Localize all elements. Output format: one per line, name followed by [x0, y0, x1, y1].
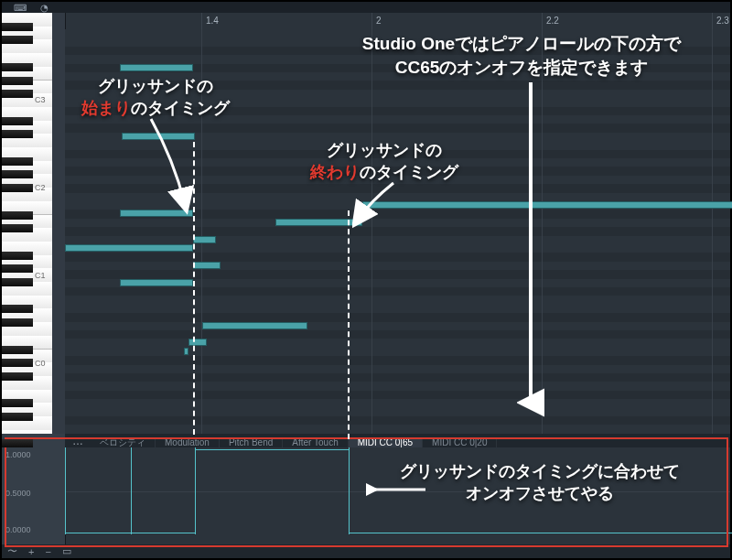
cc-step[interactable] [349, 447, 732, 534]
midi-note[interactable] [193, 236, 216, 243]
cc-tab[interactable]: MIDI CC 0|20 [423, 437, 497, 447]
keyboard-icon[interactable]: ⌨ [13, 4, 27, 12]
midi-note[interactable] [362, 201, 732, 209]
top-toolbar: ⌨ ◔ [2, 2, 730, 13]
menu-icon[interactable]: ▭ [57, 545, 77, 557]
key-label: C3 [35, 95, 727, 104]
piano-roll[interactable] [65, 29, 730, 434]
app-frame: ⌨ ◔ 1.4 2 2.2 2.3 C3C2C1C0 1.0000 0.5000… [2, 2, 730, 558]
scale-label: 1.0000 [5, 450, 31, 459]
cc-tab-bar: … ベロシティModulationPitch BendAfter TouchMI… [65, 434, 730, 447]
cc-lane[interactable] [65, 447, 730, 534]
ruler-tick: 2 [371, 13, 372, 29]
remove-icon[interactable]: − [39, 546, 56, 557]
bottom-toolbar: 〜 + − ▭ [2, 544, 730, 558]
midi-note[interactable] [120, 64, 193, 71]
ruler-tick: 2.2 [542, 13, 543, 29]
cc-step[interactable] [65, 447, 132, 534]
cc-tab[interactable]: ベロシティ [91, 437, 156, 447]
cc-automation-panel: 1.0000 0.5000 0.0000 … ベロシティModulationPi… [2, 434, 730, 548]
key-label: C0 [35, 359, 727, 368]
add-icon[interactable]: + [23, 546, 39, 557]
piano-keyboard[interactable] [2, 13, 52, 434]
key-label: C1 [35, 271, 727, 280]
cc-tab[interactable]: Pitch Bend [220, 437, 283, 447]
midi-note[interactable] [275, 219, 362, 226]
cc-scale: 1.0000 0.5000 0.0000 [2, 434, 66, 548]
cc-tab[interactable]: Modulation [156, 437, 220, 447]
midi-note[interactable] [202, 322, 307, 329]
midi-note[interactable] [184, 348, 188, 355]
scale-label: 0.0000 [5, 525, 31, 534]
midi-note[interactable] [188, 339, 207, 346]
ruler-tick: 2.3 [712, 13, 713, 29]
cc-step[interactable] [131, 447, 196, 534]
midi-note[interactable] [65, 244, 193, 252]
midi-note[interactable] [122, 133, 195, 140]
cc-tab[interactable]: After Touch [283, 437, 348, 447]
drum-icon[interactable]: ◔ [37, 4, 51, 12]
midi-note[interactable] [120, 210, 193, 217]
cc-tab[interactable]: MIDI CC 0|65 [349, 437, 423, 447]
midi-note[interactable] [193, 262, 221, 269]
more-icon[interactable]: … [65, 435, 91, 447]
cc-step[interactable] [195, 447, 350, 534]
automation-icon[interactable]: 〜 [2, 544, 23, 558]
scale-label: 0.5000 [5, 489, 31, 498]
timeline-ruler[interactable]: 1.4 2 2.2 2.3 [65, 13, 730, 30]
keyboard-gutter [52, 13, 66, 434]
ruler-tick: 1.4 [201, 13, 202, 29]
key-label: C2 [35, 183, 727, 192]
